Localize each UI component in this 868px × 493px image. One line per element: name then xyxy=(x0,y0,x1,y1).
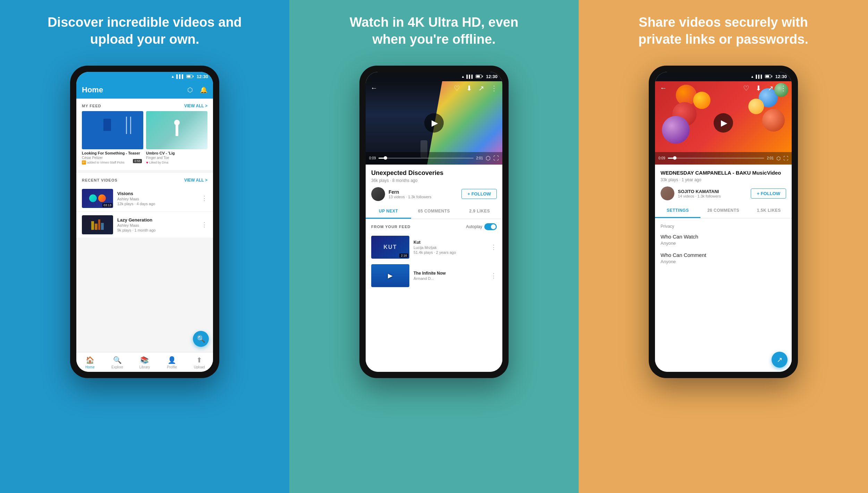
total-time-2: 2:01 xyxy=(476,156,483,160)
tab-comments-2[interactable]: 65 COMMENTS xyxy=(411,204,457,219)
battery-icon-3 xyxy=(765,75,771,78)
feed-cards-row: 0:55 Looking For Something - Teaser Césa… xyxy=(76,111,213,170)
status-bar-3: ▲ ▌▌▌ 12:30 xyxy=(655,72,792,81)
profile-icon: 👤 xyxy=(168,356,176,364)
download-icon-3[interactable]: ⬇ xyxy=(756,84,761,92)
tab-settings[interactable]: SETTINGS xyxy=(655,204,700,218)
panel-share: Share videos securely with private links… xyxy=(579,0,868,493)
more-icon-3b[interactable]: ⋮ xyxy=(780,84,787,92)
my-feed-view-all[interactable]: VIEW ALL > xyxy=(184,103,207,108)
more-icon-2b[interactable]: ⋮ xyxy=(491,84,497,92)
back-icon-3[interactable]: ← xyxy=(660,84,667,92)
fullscreen-icon-3[interactable]: ⛶ xyxy=(783,156,788,161)
cast-icon-3[interactable]: ⬡ xyxy=(776,156,781,161)
channel-row-3: SOJITO KAMATANI 14 videos · 1.3k followe… xyxy=(661,186,786,200)
feed-card-2[interactable]: Umbro CV - 'Lig Finger and Toe ♥ Liked b… xyxy=(146,111,207,165)
video-meta-2: 36k plays · 8 months ago xyxy=(371,178,497,183)
share-icon-3[interactable]: ↗ xyxy=(768,84,774,92)
battery-icon-1 xyxy=(186,75,193,78)
heart-icon-3[interactable]: ♡ xyxy=(743,84,749,92)
tab-comments-3[interactable]: 26 COMMENTS xyxy=(700,204,746,218)
video-info-2: Unexpected Discoveries 36k plays · 8 mon… xyxy=(366,165,502,204)
tab-likes-3[interactable]: 1.5K LIKES xyxy=(746,204,792,218)
video-info-3: WEDNESDAY CAMPANELLA - BAKU MusicVideo 3… xyxy=(655,165,792,204)
tab-up-next[interactable]: UP NEXT xyxy=(366,204,411,219)
follow-button-3[interactable]: + FOLLOW xyxy=(751,189,786,199)
channel-name-2: Fern xyxy=(389,189,458,195)
back-icon-2[interactable]: ← xyxy=(371,84,377,92)
video-title-2: Unexpected Discoveries xyxy=(371,169,497,177)
current-time-3: 0:09 xyxy=(658,156,665,160)
progress-track-2[interactable] xyxy=(378,158,473,159)
recent-author-1: Ashley Maas xyxy=(117,197,197,201)
nav-library[interactable]: 📚 Library xyxy=(131,352,159,372)
infinite-title: The Infinite Now xyxy=(414,271,486,276)
recent-view-all[interactable]: VIEW ALL > xyxy=(184,178,207,183)
heart-icon-2[interactable]: ♡ xyxy=(454,84,460,92)
total-time-3: 2:01 xyxy=(767,156,774,160)
recent-info-2: Lazy Generation Ashley Maas 9k plays · 1… xyxy=(117,217,197,232)
status-time-1: 12:30 xyxy=(197,74,208,79)
cast-icon-1[interactable]: ⬡ xyxy=(187,86,193,94)
download-icon-2[interactable]: ⬇ xyxy=(466,84,472,92)
bottom-nav-1: 🏠 Home 🔍 Explore 📚 Library 👤 Profile ⬆ xyxy=(76,352,213,372)
nav-profile[interactable]: 👤 Profile xyxy=(158,352,186,372)
tabs-2: UP NEXT 65 COMMENTS 2.9 LIKES xyxy=(366,204,502,219)
bell-icon-1[interactable]: 🔔 xyxy=(200,86,207,94)
wifi-icon-2: ▲ xyxy=(461,75,465,78)
channel-avatar-2[interactable] xyxy=(371,187,385,201)
nav-upload[interactable]: ⬆ Upload xyxy=(186,352,213,372)
panel-2-headline: Watch in 4K Ultra HD, even when you're o… xyxy=(313,14,555,48)
cast-icon-2[interactable]: ⬡ xyxy=(486,155,491,161)
who-can-comment-setting[interactable]: Who Can Comment Anyone xyxy=(661,252,786,264)
channel-avatar-3[interactable] xyxy=(661,186,674,200)
channel-row-2: Fern 13 videos · 1.3k followers + FOLLOW xyxy=(371,187,497,201)
search-fab[interactable]: 🔍 xyxy=(193,331,209,347)
video-meta-3: 33k plays · 1 year ago xyxy=(661,177,786,182)
my-feed-header: MY FEED VIEW ALL > xyxy=(76,99,213,111)
recent-author-2: Ashley Maas xyxy=(117,223,197,227)
app-bar-1: Home ⬡ 🔔 xyxy=(76,81,213,99)
progress-track-3[interactable] xyxy=(668,158,764,159)
nav-library-label: Library xyxy=(139,365,150,369)
my-feed-label: MY FEED xyxy=(82,104,101,108)
recent-item-1[interactable]: 03:13 Visions Ashley Maas 12k plays · 4 … xyxy=(76,185,213,212)
who-can-watch-setting[interactable]: Who Can Watch Anyone xyxy=(661,234,786,246)
share-fab[interactable]: ↗ xyxy=(772,352,788,368)
follow-button-2[interactable]: + FOLLOW xyxy=(461,189,497,199)
more-icon-2[interactable]: ⋮ xyxy=(201,221,207,228)
feed-card-1[interactable]: 0:55 Looking For Something - Teaser Césa… xyxy=(82,111,143,165)
infinite-more-icon[interactable]: ⋮ xyxy=(491,272,497,279)
kut-more-icon[interactable]: ⋮ xyxy=(491,243,497,251)
status-time-2: 12:30 xyxy=(486,74,497,79)
share-icon-2[interactable]: ↗ xyxy=(478,84,484,92)
feed-item-infinite[interactable]: ▶ The Infinite Now Armand D... ⋮ xyxy=(366,261,502,290)
fullscreen-icon-2[interactable]: ⛶ xyxy=(493,155,499,161)
nav-home[interactable]: 🏠 Home xyxy=(76,352,104,372)
play-button-3[interactable]: ▶ xyxy=(714,113,733,133)
play-icon-3: ▶ xyxy=(721,118,727,128)
recent-thumb-1: 03:13 xyxy=(82,189,113,208)
video-top-bar-3: ← ♡ ⬇ ↗ ⋮ xyxy=(655,81,792,95)
battery-icon-2 xyxy=(476,75,482,78)
recent-item-2[interactable]: Lazy Generation Ashley Maas 9k plays · 1… xyxy=(76,212,213,238)
recent-thumb-2 xyxy=(82,215,113,234)
channel-info-3: SOJITO KAMATANI 14 videos · 1.3k followe… xyxy=(678,189,747,198)
more-icon-1[interactable]: ⋮ xyxy=(201,194,207,202)
settings-panel: Privacy Who Can Watch Anyone Who Can Com… xyxy=(655,218,792,372)
autoplay-toggle[interactable] xyxy=(484,223,497,230)
channel-sub-3: 14 videos · 1.3k followers xyxy=(678,194,747,198)
recent-header: RECENT VIDEOS VIEW ALL > xyxy=(76,173,213,185)
feed-item-kut[interactable]: KUT 2:16 Kut Lucija Mrzljak 51.4k plays … xyxy=(366,233,502,261)
feed-tag-2: ♥ Liked by Dina xyxy=(146,160,207,165)
nav-upload-label: Upload xyxy=(194,365,205,369)
status-icons-1: ▲ ▌▌▌ xyxy=(171,74,192,78)
signal-icon-3: ▌▌▌ xyxy=(756,75,763,78)
video-player-2: ← ♡ ⬇ ↗ ⋮ ▶ 0:09 xyxy=(366,81,502,165)
nav-explore[interactable]: 🔍 Explore xyxy=(104,352,131,372)
tab-likes-2[interactable]: 2.9 LIKES xyxy=(457,204,502,219)
recent-videos-section: RECENT VIDEOS VIEW ALL > 03:13 Visi xyxy=(76,173,213,238)
play-button-2[interactable]: ▶ xyxy=(424,113,444,133)
feed-author-2: Finger and Toe xyxy=(146,156,207,160)
content-1: MY FEED VIEW ALL > 0:55 Looking Fo xyxy=(76,99,213,352)
